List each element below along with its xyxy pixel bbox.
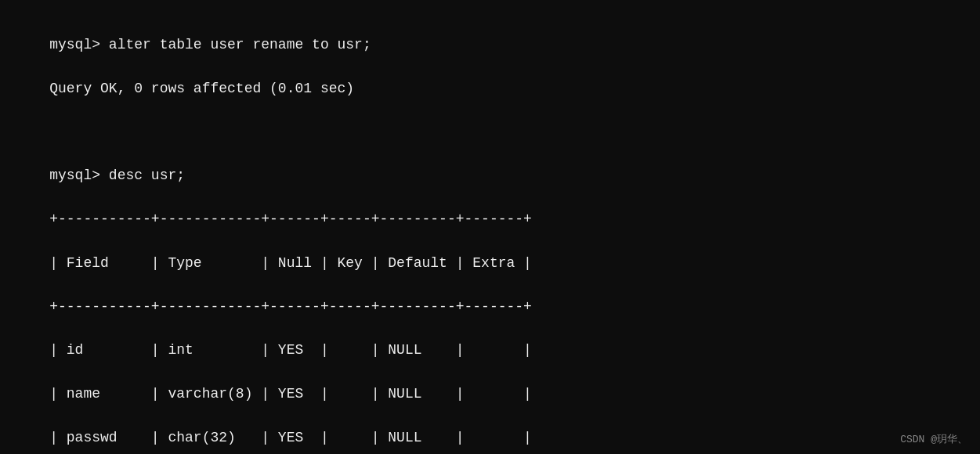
line-7: +-----------+------------+------+-----+-… [49, 299, 532, 315]
line-6: | Field | Type | Null | Key | Default | … [49, 255, 532, 271]
line-8: | id | int | YES | | NULL | | [49, 342, 532, 358]
line-4: mysql> desc usr; [49, 168, 185, 183]
watermark: CSDN @玥华、 [900, 432, 967, 446]
terminal-content: mysql> alter table user rename to usr; Q… [16, 13, 964, 454]
line-1: mysql> alter table user rename to usr; [49, 37, 371, 52]
terminal-window: mysql> alter table user rename to usr; Q… [0, 0, 980, 454]
line-2: Query OK, 0 rows affected (0.01 sec) [49, 81, 354, 96]
line-9: | name | varchar(8) | YES | | NULL | | [49, 386, 532, 402]
line-5: +-----------+------------+------+-----+-… [49, 211, 532, 227]
line-10: | passwd | char(32) | YES | | NULL | | [49, 430, 532, 445]
